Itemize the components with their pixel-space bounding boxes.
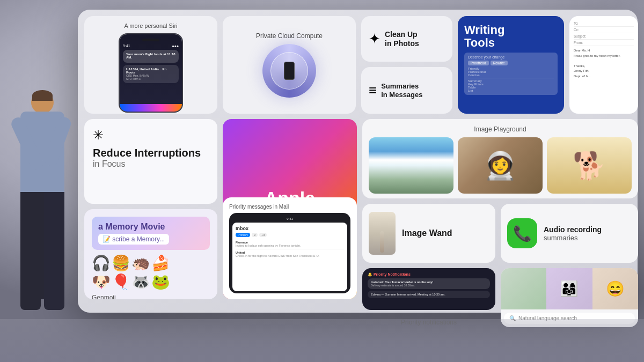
audio-subtitle: summaries xyxy=(544,234,602,242)
genmoji-emojis: 🎧🍔🦔🍰 xyxy=(92,254,210,272)
ip-title: Image Playground xyxy=(369,125,632,133)
reduce-title: Reduce Interruptions xyxy=(93,147,209,159)
card-priority-mail: Priority messages in Mail 9:41 Inbox Pri… xyxy=(223,197,357,299)
presenter-leg-right xyxy=(44,192,64,310)
card-genmoji: a Memory Movie 📝 scribe a Memory... 🎧🍔🦔🍰… xyxy=(84,209,217,299)
ip-img-dog: 🐕 xyxy=(547,137,632,194)
writing-tools-title: WritingTools xyxy=(464,24,558,49)
reduce-subtitle: in Focus xyxy=(93,159,209,169)
card-cleanup: ✦ Clean Up in Photos xyxy=(361,16,452,62)
cloud-title: Private Cloud Compute xyxy=(256,32,323,40)
wand-visual xyxy=(369,212,396,255)
card-audio: 📞 Audio recording summaries xyxy=(501,204,638,263)
cleanup-icon: ✦ xyxy=(369,31,380,47)
siri-glow xyxy=(120,104,182,112)
summaries-icon: ≡ xyxy=(369,82,377,99)
inbox-label: Inbox xyxy=(236,226,344,231)
memory-movie: a Memory Movie 📝 scribe a Memory... xyxy=(92,217,210,250)
card-writing-email: To: Cc: Subject: From: Dear Ms. H It was… xyxy=(569,16,638,114)
notif-text: Your mom's flight lands at 11:18 AM. xyxy=(126,53,175,59)
arr: SFO Term 3 xyxy=(126,77,175,80)
email-body: Dear Ms. H It was grea to my heart my le… xyxy=(574,48,634,79)
cloud-orb xyxy=(262,44,316,98)
card-priority-notif: 🔔 Priority Notifications Instacart: Your… xyxy=(362,268,495,310)
ip-img-astronaut: 👩‍🚀 xyxy=(458,137,543,194)
reduce-icon: ✳ xyxy=(93,128,209,143)
stage: A more personal Siri 9:41 ●●● Your mom's… xyxy=(0,0,644,362)
card-summaries: ≡ Summaries in Messages xyxy=(361,67,452,114)
presenter-leg-left xyxy=(20,192,41,310)
image-wand-title: Image Wand xyxy=(402,228,452,238)
audio-icon: 📞 xyxy=(507,218,537,248)
cleanup-title: Clean Up in Photos xyxy=(385,30,419,48)
presenter-hair xyxy=(32,90,53,101)
phone-mockup: 9:41 ●●● Your mom's flight lands at 11:1… xyxy=(119,33,183,113)
presenter xyxy=(0,80,89,316)
flight-info: UA1304, United Airlin... En Route xyxy=(126,68,175,74)
card-writing-tools: WritingTools Describe your change Proofr… xyxy=(458,16,564,114)
summaries-title: Summaries in Messages xyxy=(381,82,422,99)
audio-title: Audio recording xyxy=(544,225,602,234)
card-image-playground: Image Playground 👩‍🚀 🐕 xyxy=(362,119,638,198)
wall-panel: A more personal Siri 9:41 ●●● Your mom's… xyxy=(78,10,638,313)
card-image-wand: Image Wand xyxy=(362,204,495,263)
priority-mail-title: Priority messages in Mail xyxy=(229,204,350,210)
wt-describe: Describe your change xyxy=(468,55,554,59)
card-cloud: Private Cloud Compute xyxy=(223,16,356,114)
card-natural-search: 👨‍👩‍👧 😄 🔍 Natural language search xyxy=(501,268,638,327)
priority-phone: 9:41 Inbox Primary 9 +3 Florence Invited… xyxy=(229,213,350,293)
genmoji-label: Genmoji xyxy=(92,294,210,299)
floor-reflection xyxy=(0,319,644,362)
card-reduce: ✳ Reduce Interruptions in Focus xyxy=(84,119,217,204)
phone-time: 9:41 xyxy=(123,44,130,48)
card-siri: A more personal Siri 9:41 ●●● Your mom's… xyxy=(84,16,217,114)
siri-title: A more personal Siri xyxy=(124,23,177,29)
ip-img-mountain xyxy=(369,137,453,194)
wt-proofread: Proofread xyxy=(468,61,489,65)
phone-in-orb xyxy=(284,62,295,80)
priority-notif-title: 🔔 Priority Notifications xyxy=(368,272,490,277)
wt-rewrite: Rewrite xyxy=(491,61,508,65)
